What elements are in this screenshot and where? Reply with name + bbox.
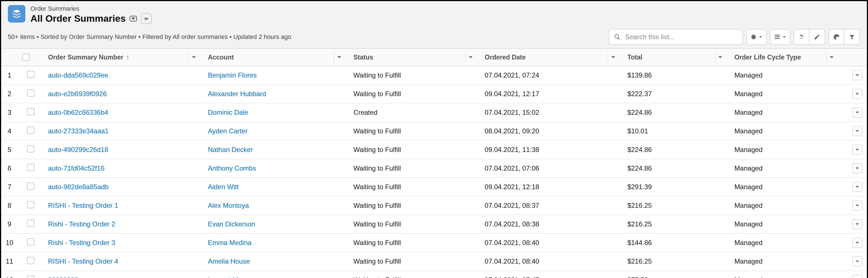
row-actions-button[interactable] — [852, 89, 862, 99]
select-all-checkbox[interactable] — [22, 54, 30, 61]
account-link[interactable]: Amelia House — [208, 257, 250, 265]
total-cell: $222.37 — [623, 85, 730, 103]
column-order-summary-number[interactable]: Order Summary Number↑ — [44, 49, 204, 66]
row-number: 11 — [1, 252, 18, 271]
account-link[interactable]: Evan Dickerson — [208, 220, 255, 228]
table-row: 7auto-982de8a85adbAiden WittWaiting to F… — [1, 178, 867, 196]
row-checkbox[interactable] — [27, 164, 34, 171]
order-summary-link[interactable]: auto-0b62c66336b4 — [48, 109, 108, 116]
list-status-text: 50+ items • Sorted by Order Summary Numb… — [8, 33, 291, 40]
row-checkbox[interactable] — [27, 238, 34, 246]
account-link[interactable]: Laurent Mevs — [208, 276, 249, 278]
row-checkbox[interactable] — [27, 257, 34, 264]
order-summary-link[interactable]: auto-e2b6939f0926 — [48, 90, 107, 98]
row-checkbox[interactable] — [27, 182, 34, 190]
column-select-all[interactable] — [18, 49, 43, 66]
status-cell: Waiting to Fulfill — [349, 85, 480, 103]
row-checkbox[interactable] — [27, 201, 34, 208]
row-checkbox[interactable] — [27, 145, 34, 153]
row-actions-button[interactable] — [852, 70, 862, 80]
charts-button[interactable] — [829, 29, 844, 45]
row-actions-button[interactable] — [852, 145, 862, 155]
account-link[interactable]: Aiden Witt — [208, 183, 239, 191]
order-summaries-table: Order Summary Number↑ Account Status Ord… — [1, 48, 867, 278]
row-checkbox[interactable] — [27, 275, 34, 278]
row-checkbox[interactable] — [27, 127, 34, 134]
refresh-button[interactable] — [794, 29, 809, 45]
list-view-name[interactable]: All Order Summaries — [30, 13, 126, 24]
order-summary-link[interactable]: auto-71fd04c52f16 — [48, 164, 104, 172]
table-row: 3auto-0b62c66336b4Dominic DaleCreated07.… — [1, 103, 867, 122]
column-menu-icon[interactable] — [465, 52, 476, 63]
life-cycle-cell: Managed — [730, 215, 841, 234]
table-row: 6auto-71fd04c52f16Anthony CombsWaiting t… — [1, 159, 867, 178]
row-actions-button[interactable] — [852, 275, 862, 278]
order-summary-link[interactable]: auto-dda569c029ee — [48, 71, 108, 79]
row-actions-button[interactable] — [852, 219, 862, 229]
order-summary-link[interactable]: RISHI - Testing Order 1 — [48, 202, 118, 209]
column-ordered-date[interactable]: Ordered Date — [480, 49, 623, 66]
row-actions-button[interactable] — [852, 182, 862, 192]
row-checkbox[interactable] — [27, 71, 34, 78]
row-checkbox[interactable] — [27, 89, 34, 97]
order-summary-link[interactable]: Rishi - Testing Order 2 — [48, 220, 115, 228]
filters-button[interactable] — [844, 29, 860, 45]
column-total[interactable]: Total — [623, 49, 730, 66]
row-checkbox[interactable] — [27, 108, 34, 115]
status-cell: Waiting to Fulfill — [349, 66, 480, 85]
row-actions-button[interactable] — [852, 256, 862, 267]
total-cell: $291.39 — [623, 178, 730, 196]
order-summary-link[interactable]: Rishi - Testing Order 3 — [48, 239, 115, 246]
order-summary-link[interactable]: RISHI - Testing Order 4 — [48, 257, 118, 265]
column-menu-icon[interactable] — [826, 52, 837, 63]
row-actions-button[interactable] — [852, 238, 862, 248]
account-link[interactable]: Benjamin Flores — [208, 71, 257, 79]
table-row: 2auto-e2b6939f0926Alexander HubbardWaiti… — [1, 85, 867, 103]
total-cell: $139.86 — [623, 66, 730, 85]
row-actions-button[interactable] — [852, 126, 862, 136]
row-number: 6 — [1, 159, 18, 178]
row-actions-button[interactable] — [852, 107, 862, 118]
table-row: 8RISHI - Testing Order 1Alex MontoyaWait… — [1, 196, 867, 215]
order-summary-link[interactable]: auto-982de8a85adb — [48, 183, 109, 191]
life-cycle-cell: Managed — [730, 122, 841, 141]
display-as-button[interactable] — [770, 29, 790, 45]
life-cycle-cell: Managed — [730, 141, 841, 159]
account-link[interactable]: Anthony Combs — [208, 164, 256, 172]
table-row: 4auto-27333e34aaa1Ayden CarterWaiting to… — [1, 122, 867, 141]
account-link[interactable]: Alex Montoya — [208, 202, 249, 209]
table-row: 10Rishi - Testing Order 3Emma MedinaWait… — [1, 234, 867, 252]
row-number: 9 — [1, 215, 18, 234]
row-number: 4 — [1, 122, 18, 141]
account-link[interactable]: Ayden Carter — [208, 127, 248, 135]
order-summary-link[interactable]: 00000902 — [48, 276, 79, 278]
total-cell: $216.25 — [623, 252, 730, 271]
account-link[interactable]: Nathan Decker — [208, 146, 253, 153]
row-actions-button[interactable] — [852, 200, 862, 211]
column-menu-icon[interactable] — [334, 52, 344, 63]
column-actions — [841, 49, 867, 66]
ordered-date-cell: 07.04.2021, 07:47 — [480, 271, 623, 278]
order-summary-link[interactable]: auto-27333e34aaa1 — [48, 127, 109, 135]
column-life-cycle[interactable]: Order Life Cycle Type — [730, 49, 841, 66]
row-actions-button[interactable] — [852, 163, 862, 174]
order-summaries-object-icon — [8, 5, 25, 23]
pin-list-button[interactable] — [141, 13, 152, 24]
account-link[interactable]: Dominic Dale — [208, 109, 248, 116]
edit-list-button[interactable] — [809, 29, 825, 45]
row-number: 10 — [1, 234, 18, 252]
account-link[interactable]: Alexander Hubbard — [208, 90, 266, 98]
list-view-controls-button[interactable] — [746, 29, 767, 45]
row-checkbox[interactable] — [27, 220, 34, 227]
order-summary-link[interactable]: auto-490299c26d18 — [48, 146, 108, 153]
column-menu-icon[interactable] — [188, 52, 199, 63]
column-menu-icon[interactable] — [608, 52, 618, 63]
account-link[interactable]: Emma Medina — [208, 239, 252, 246]
column-menu-icon[interactable] — [715, 52, 725, 63]
life-cycle-cell: Managed — [730, 178, 841, 196]
column-status[interactable]: Status — [349, 49, 480, 66]
column-account[interactable]: Account — [204, 49, 349, 66]
list-view-picker[interactable] — [130, 16, 137, 22]
search-input[interactable] — [609, 29, 743, 45]
table-row: 1auto-dda569c029eeBenjamin FloresWaiting… — [1, 66, 867, 85]
